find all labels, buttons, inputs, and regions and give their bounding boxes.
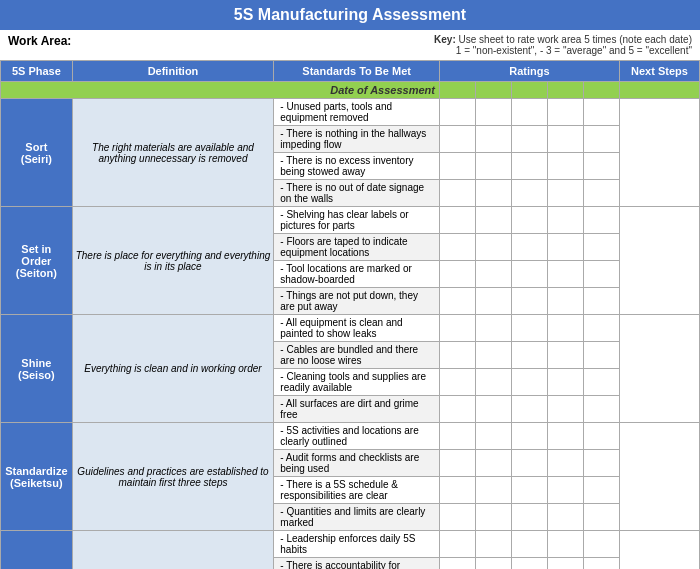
rating-input-4-0-4[interactable] <box>583 531 619 558</box>
rating-input-0-1-4[interactable] <box>583 126 619 153</box>
rating-input-1-1-0[interactable] <box>439 234 475 261</box>
rating-input-1-1-3[interactable] <box>547 234 583 261</box>
rating-input-1-2-1[interactable] <box>475 261 511 288</box>
rating-input-2-2-4[interactable] <box>583 369 619 396</box>
rating-input-1-2-4[interactable] <box>583 261 619 288</box>
rating-input-0-3-2[interactable] <box>511 180 547 207</box>
rating-input-0-2-1[interactable] <box>475 153 511 180</box>
rating-input-2-3-4[interactable] <box>583 396 619 423</box>
rating-input-3-2-2[interactable] <box>511 477 547 504</box>
rating-input-0-0-2[interactable] <box>511 99 547 126</box>
rating-input-1-1-1[interactable] <box>475 234 511 261</box>
rating-input-1-3-0[interactable] <box>439 288 475 315</box>
rating-input-3-0-3[interactable] <box>547 423 583 450</box>
next-steps-cell-1[interactable] <box>619 207 699 315</box>
rating-input-0-0-1[interactable] <box>475 99 511 126</box>
rating-input-2-2-0[interactable] <box>439 369 475 396</box>
next-steps-cell-4[interactable] <box>619 531 699 570</box>
standard-cell-0-3: - There is no out of date signage on the… <box>274 180 440 207</box>
rating-input-4-1-2[interactable] <box>511 558 547 570</box>
standard-cell-0-2: - There is no excess inventory being sto… <box>274 153 440 180</box>
col-definition: Definition <box>72 61 274 82</box>
rating-input-3-3-2[interactable] <box>511 504 547 531</box>
rating-input-2-1-4[interactable] <box>583 342 619 369</box>
rating-input-4-1-3[interactable] <box>547 558 583 570</box>
rating-input-3-0-0[interactable] <box>439 423 475 450</box>
rating-input-3-3-1[interactable] <box>475 504 511 531</box>
rating-input-0-1-3[interactable] <box>547 126 583 153</box>
rating-input-2-2-1[interactable] <box>475 369 511 396</box>
rating-input-2-2-2[interactable] <box>511 369 547 396</box>
rating-input-0-2-0[interactable] <box>439 153 475 180</box>
next-steps-cell-0[interactable] <box>619 99 699 207</box>
rating-input-1-3-3[interactable] <box>547 288 583 315</box>
rating-input-3-0-2[interactable] <box>511 423 547 450</box>
rating-input-2-2-3[interactable] <box>547 369 583 396</box>
rating-input-3-1-1[interactable] <box>475 450 511 477</box>
rating-input-3-1-3[interactable] <box>547 450 583 477</box>
rating-input-1-2-0[interactable] <box>439 261 475 288</box>
next-steps-cell-2[interactable] <box>619 315 699 423</box>
rating-input-2-3-3[interactable] <box>547 396 583 423</box>
rating-input-2-3-0[interactable] <box>439 396 475 423</box>
rating-input-0-3-3[interactable] <box>547 180 583 207</box>
rating-input-2-1-3[interactable] <box>547 342 583 369</box>
next-steps-cell-3[interactable] <box>619 423 699 531</box>
rating-input-1-0-3[interactable] <box>547 207 583 234</box>
rating-input-0-3-4[interactable] <box>583 180 619 207</box>
rating-input-2-0-1[interactable] <box>475 315 511 342</box>
rating-input-4-1-1[interactable] <box>475 558 511 570</box>
rating-input-1-0-1[interactable] <box>475 207 511 234</box>
rating-input-0-2-3[interactable] <box>547 153 583 180</box>
rating-input-3-3-0[interactable] <box>439 504 475 531</box>
rating-input-1-3-4[interactable] <box>583 288 619 315</box>
rating-input-4-0-1[interactable] <box>475 531 511 558</box>
rating-input-3-2-4[interactable] <box>583 477 619 504</box>
table-row: Set in Order (Seiton)There is place for … <box>1 207 700 234</box>
rating-input-3-3-4[interactable] <box>583 504 619 531</box>
rating-input-1-3-1[interactable] <box>475 288 511 315</box>
rating-input-3-0-1[interactable] <box>475 423 511 450</box>
rating-input-0-1-1[interactable] <box>475 126 511 153</box>
rating-input-0-2-2[interactable] <box>511 153 547 180</box>
rating-input-4-0-3[interactable] <box>547 531 583 558</box>
rating-input-0-1-0[interactable] <box>439 126 475 153</box>
rating-input-3-1-4[interactable] <box>583 450 619 477</box>
rating-input-0-0-0[interactable] <box>439 99 475 126</box>
rating-input-1-0-2[interactable] <box>511 207 547 234</box>
rating-input-2-1-0[interactable] <box>439 342 475 369</box>
rating-input-1-1-4[interactable] <box>583 234 619 261</box>
rating-input-1-1-2[interactable] <box>511 234 547 261</box>
rating-input-2-3-1[interactable] <box>475 396 511 423</box>
rating-input-0-0-4[interactable] <box>583 99 619 126</box>
rating-input-1-2-3[interactable] <box>547 261 583 288</box>
rating-input-0-3-1[interactable] <box>475 180 511 207</box>
rating-input-4-1-4[interactable] <box>583 558 619 570</box>
rating-input-2-1-1[interactable] <box>475 342 511 369</box>
rating-input-3-2-1[interactable] <box>475 477 511 504</box>
rating-input-2-1-2[interactable] <box>511 342 547 369</box>
rating-input-3-1-2[interactable] <box>511 450 547 477</box>
rating-input-4-0-2[interactable] <box>511 531 547 558</box>
standard-cell-3-1: - Audit forms and checklists are being u… <box>274 450 440 477</box>
rating-input-3-2-3[interactable] <box>547 477 583 504</box>
rating-input-2-3-2[interactable] <box>511 396 547 423</box>
rating-input-0-3-0[interactable] <box>439 180 475 207</box>
rating-input-2-0-4[interactable] <box>583 315 619 342</box>
rating-input-0-0-3[interactable] <box>547 99 583 126</box>
rating-input-3-2-0[interactable] <box>439 477 475 504</box>
rating-input-1-2-2[interactable] <box>511 261 547 288</box>
rating-input-4-0-0[interactable] <box>439 531 475 558</box>
rating-input-0-1-2[interactable] <box>511 126 547 153</box>
rating-input-2-0-3[interactable] <box>547 315 583 342</box>
rating-input-3-3-3[interactable] <box>547 504 583 531</box>
rating-input-1-3-2[interactable] <box>511 288 547 315</box>
rating-input-3-1-0[interactable] <box>439 450 475 477</box>
rating-input-2-0-2[interactable] <box>511 315 547 342</box>
rating-input-4-1-0[interactable] <box>439 558 475 570</box>
rating-input-1-0-0[interactable] <box>439 207 475 234</box>
rating-input-3-0-4[interactable] <box>583 423 619 450</box>
rating-input-0-2-4[interactable] <box>583 153 619 180</box>
rating-input-2-0-0[interactable] <box>439 315 475 342</box>
rating-input-1-0-4[interactable] <box>583 207 619 234</box>
